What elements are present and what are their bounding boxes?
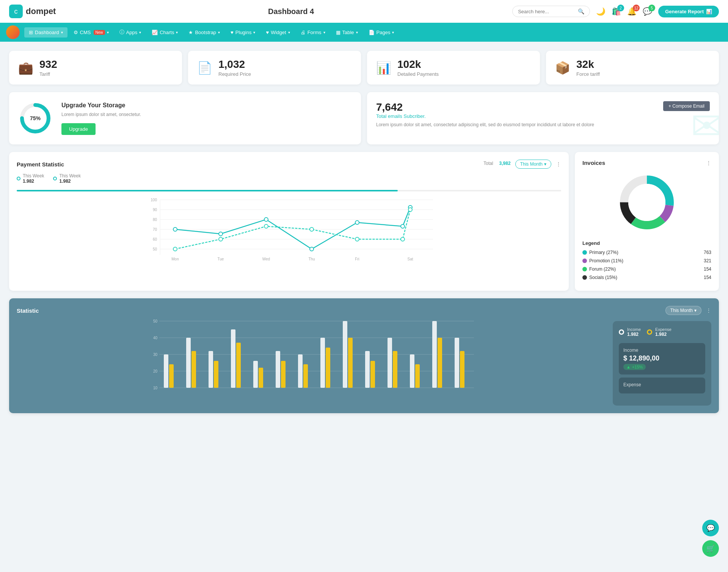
svg-rect-53 xyxy=(186,338,191,388)
printer-icon: 🖨 xyxy=(301,30,306,35)
svg-text:30: 30 xyxy=(153,353,158,357)
sidebar-item-forms[interactable]: 🖨 Forms ▾ xyxy=(296,27,330,38)
generate-report-button[interactable]: Generate Report 📊 xyxy=(658,6,719,17)
sidebar-item-widget[interactable]: ♥ Widget ▾ xyxy=(261,27,294,38)
svg-text:100: 100 xyxy=(151,198,157,202)
svg-point-28 xyxy=(173,247,177,251)
grid-icon: ⊞ xyxy=(29,30,33,35)
primary-label: Primary (27%) xyxy=(589,250,618,255)
svg-text:70: 70 xyxy=(153,227,157,232)
required-price-value: 1,032 xyxy=(218,58,251,71)
total-label: Total xyxy=(483,161,493,166)
nav-widget-label: Widget xyxy=(271,30,286,35)
svg-text:Wed: Wed xyxy=(262,257,270,261)
stat-card-force-tariff: 📦 32k Force tariff xyxy=(546,51,719,85)
legend-title: Legend xyxy=(582,240,711,246)
stat-cards-row: 💼 932 Tariff 📄 1,032 Required Price 📊 10… xyxy=(9,51,719,85)
generate-label: Generate Report xyxy=(665,9,704,14)
middle-row: 75% Upgrade Your Storage Lorem ipsum dol… xyxy=(9,92,719,144)
svg-text:20: 20 xyxy=(153,369,158,373)
invoice-donut xyxy=(582,172,711,233)
detailed-payments-value: 102k xyxy=(397,58,439,71)
stat-more-icon[interactable]: ⋮ xyxy=(706,307,711,313)
svg-point-22 xyxy=(219,232,223,236)
income-detail-label: Income xyxy=(623,348,701,353)
gear-icon: ⚙ xyxy=(74,30,78,35)
nav-apps-label: Apps xyxy=(126,30,138,35)
chart-more-icon[interactable]: ⋮ xyxy=(556,161,561,167)
svg-rect-57 xyxy=(231,329,235,388)
svg-point-34 xyxy=(408,208,412,212)
sidebar-item-table[interactable]: ▦ Table ▾ xyxy=(331,27,362,38)
svg-text:Tue: Tue xyxy=(218,257,224,261)
shop-icon-btn[interactable]: 🛍️ 2 xyxy=(612,7,621,16)
nav-cms-label: CMS xyxy=(80,30,91,35)
svg-rect-51 xyxy=(164,354,168,388)
nav-avatar xyxy=(6,25,20,39)
svg-text:Sat: Sat xyxy=(407,257,413,261)
email-count: 7,642 xyxy=(376,101,710,113)
bell-icon-btn[interactable]: 🔔 12 xyxy=(627,7,637,16)
sidebar-item-plugins[interactable]: ♥ Plugins ▾ xyxy=(226,27,260,38)
required-price-label: Required Price xyxy=(218,71,251,77)
sidebar-item-charts[interactable]: 📈 Charts ▾ xyxy=(147,27,182,38)
svg-rect-59 xyxy=(253,361,258,388)
income-badge: ▲ +15% xyxy=(623,364,646,370)
svg-rect-56 xyxy=(214,361,218,388)
forum-value: 154 xyxy=(704,266,711,272)
nav-bootstrap-label: Bootstrap xyxy=(195,30,216,35)
stat-card-detailed-payments: 📊 102k Detailed Payments xyxy=(367,51,540,85)
svg-text:40: 40 xyxy=(153,336,158,340)
detailed-payments-icon: 📊 xyxy=(376,61,391,75)
legend1-value: 1.982 xyxy=(23,179,44,184)
svg-text:Thu: Thu xyxy=(308,257,315,261)
expense-legend-label: Expense xyxy=(655,327,672,332)
svg-rect-72 xyxy=(393,351,397,388)
filter-label: This Month xyxy=(520,161,543,167)
income-legend-item: Income 1.982 xyxy=(619,327,641,337)
income-badge-value: +15% xyxy=(632,365,643,369)
invoice-more-icon[interactable]: ⋮ xyxy=(706,160,711,166)
logo-area: c dompet xyxy=(9,5,70,18)
legend-row-promotion: Promotion (11%) 321 xyxy=(582,258,711,263)
income-legend-value: 1.982 xyxy=(627,332,641,337)
sidebar-item-pages[interactable]: 📄 Pages ▾ xyxy=(364,27,399,38)
generate-icon: 📊 xyxy=(706,9,712,14)
bar-legend-panel: Income 1.982 Expense 1.982 Income $ xyxy=(613,321,711,406)
statistic-filter-button[interactable]: This Month ▾ xyxy=(665,306,701,315)
stat-card-tariff: 💼 932 Tariff xyxy=(9,51,182,85)
chart-progress-bar xyxy=(17,190,561,191)
nav-table-label: Table xyxy=(342,30,354,35)
pages-icon: 📄 xyxy=(369,30,375,35)
payment-filter-button[interactable]: This Month ▾ xyxy=(515,160,551,169)
svg-rect-64 xyxy=(303,364,308,388)
shop-badge: 2 xyxy=(617,5,624,11)
svg-point-25 xyxy=(355,221,359,224)
required-price-icon: 📄 xyxy=(197,61,212,75)
email-subtitle: Total emails Subcriber. xyxy=(376,113,710,119)
sidebar-item-apps[interactable]: ⓘ Apps ▾ xyxy=(115,27,146,38)
sidebar-item-bootstrap[interactable]: ★ Bootstrap ▾ xyxy=(184,27,224,38)
search-input[interactable] xyxy=(518,9,575,14)
stat-chevron-icon: ▾ xyxy=(694,308,697,313)
chat-icon-btn[interactable]: 💬 5 xyxy=(643,7,652,16)
storage-percent: 75% xyxy=(30,115,41,121)
invoice-legend: Legend Primary (27%) 763 Promotion (11%)… xyxy=(582,240,711,280)
income-legend-dot xyxy=(619,329,624,335)
svg-point-24 xyxy=(310,247,314,251)
force-tariff-label: Force tariff xyxy=(576,71,600,77)
dark-mode-icon[interactable]: 🌙 xyxy=(596,7,606,16)
legend-row-primary: Primary (27%) 763 xyxy=(582,250,711,255)
upgrade-button[interactable]: Upgrade xyxy=(61,123,96,135)
legend-row-socials: Socials (15%) 154 xyxy=(582,275,711,280)
tariff-icon: 💼 xyxy=(18,61,33,75)
promotion-color-dot xyxy=(582,259,587,263)
star-icon: ★ xyxy=(188,30,193,35)
svg-point-33 xyxy=(401,237,405,241)
socials-value: 154 xyxy=(704,275,711,280)
legend-item-1: This Week 1.982 xyxy=(17,173,44,184)
sidebar-item-cms[interactable]: ⚙ CMS New ▾ xyxy=(69,27,113,38)
sidebar-item-dashboard[interactable]: ⊞ Dashboard ▾ xyxy=(24,27,67,38)
primary-color-dot xyxy=(582,250,587,255)
tariff-value: 932 xyxy=(39,58,57,71)
